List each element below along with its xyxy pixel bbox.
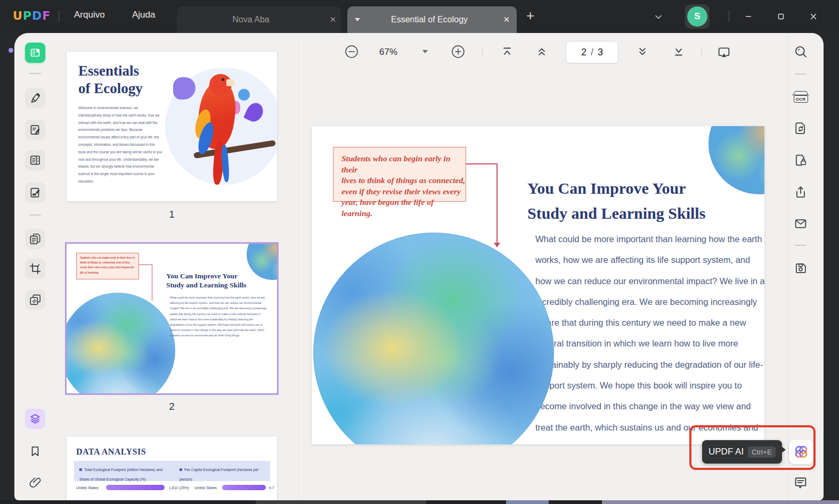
- earth-illustration: [313, 233, 554, 444]
- search-icon[interactable]: [791, 42, 811, 62]
- thumbnail-page-2[interactable]: Students who can begin early in their li…: [67, 244, 277, 393]
- first-page-button[interactable]: [500, 45, 514, 59]
- thumb1-parrot-beak: [226, 79, 235, 86]
- titlebar-chevron-down-icon[interactable]: [653, 12, 664, 22]
- avatar-container[interactable]: S: [685, 4, 710, 29]
- tab-essential-label: Essential of Ecology: [360, 15, 499, 24]
- logo-letter-f: F: [42, 9, 51, 22]
- thumb3-title: DATA ANALYSIS: [76, 447, 146, 457]
- thumb3-row2-label: United States: [194, 486, 217, 490]
- convert-icon[interactable]: [791, 118, 811, 138]
- organize-pages-icon[interactable]: [25, 229, 45, 249]
- taskbar-segment: [506, 500, 549, 504]
- right-sidebar-divider-1: [795, 73, 807, 75]
- right-sidebar-divider-2: [795, 245, 807, 246]
- thumb2-quote-box: Students who can begin early in their li…: [76, 253, 139, 279]
- maximize-button[interactable]: [773, 9, 789, 24]
- thumb1-body: Welcome to environmental science—an inte…: [78, 104, 162, 185]
- previous-page-button[interactable]: [535, 45, 549, 59]
- zoom-out-button[interactable]: [344, 44, 360, 60]
- taskbar-segment: [256, 500, 426, 504]
- document-page[interactable]: You Can Improve Your Study and Learning …: [312, 126, 764, 444]
- thumbnail-page-1[interactable]: Essentials of Ecology Welcome to environ…: [67, 52, 277, 201]
- thumb3-row2-value: 9.7: [269, 486, 274, 490]
- quote-connector-horizontal: [466, 163, 497, 164]
- taskbar-edge: [0, 500, 839, 504]
- titlebar-divider-2: [729, 11, 729, 22]
- ocr-icon[interactable]: OCR: [791, 87, 811, 107]
- comment-highlighter-icon[interactable]: [25, 88, 45, 108]
- tab-nova-aba[interactable]: Nova Aba ✕: [177, 6, 341, 33]
- form-icon[interactable]: [25, 150, 45, 170]
- thumb2-title: You Can Improve Your Study and Learning …: [166, 271, 273, 290]
- quote-connector-arrowhead: [494, 243, 500, 247]
- thumb2-globe: [67, 293, 175, 393]
- email-icon[interactable]: [791, 213, 811, 234]
- page-total: 3: [598, 47, 603, 58]
- thumb3-row1-bar: [106, 485, 165, 490]
- zoom-level-value[interactable]: 67%: [379, 47, 397, 57]
- thumb1-flower-blue: [238, 89, 250, 101]
- logo-letter-d: D: [32, 9, 42, 22]
- thumbnail-panel-icon[interactable]: [25, 409, 45, 429]
- left-sidebar-divider-1: [29, 73, 41, 74]
- page-current: 2: [581, 47, 587, 58]
- thumb2-connector-v: [152, 265, 152, 301]
- doc-title: You Can Improve Your Study and Learning …: [527, 176, 762, 226]
- save-icon[interactable]: [791, 258, 811, 278]
- tab-nova-aba-close-icon[interactable]: ✕: [325, 15, 341, 24]
- minimize-button[interactable]: [740, 9, 756, 24]
- tab-essential-of-ecology[interactable]: Essential of Ecology ✕: [347, 6, 517, 33]
- page-number-input[interactable]: 2 / 3: [566, 41, 618, 63]
- comment-panel-icon[interactable]: [793, 475, 809, 491]
- logo-letter-u: U: [13, 9, 23, 22]
- menu-arquivo[interactable]: Arquivo: [74, 10, 105, 20]
- edit-pdf-icon[interactable]: [25, 120, 45, 140]
- thumb3-row1-value: 1,810 (25%): [169, 486, 189, 490]
- tab-dropdown-icon[interactable]: [355, 18, 360, 21]
- thumb1-parrot-eye: [222, 78, 224, 81]
- zoom-dropdown-icon[interactable]: [422, 50, 428, 53]
- quote-connector-vertical: [496, 163, 498, 243]
- tab-essential-close-icon[interactable]: ✕: [499, 15, 515, 24]
- logo-letter-p: P: [23, 9, 32, 22]
- watermark-icon[interactable]: [25, 290, 45, 310]
- titlebar: UPDF Arquivo Ajuda Nova Aba ✕ Essential …: [0, 0, 839, 33]
- close-button[interactable]: [805, 9, 821, 24]
- last-page-button[interactable]: [672, 45, 686, 59]
- titlebar-divider: [59, 11, 59, 22]
- zoom-in-button[interactable]: [450, 44, 466, 60]
- thumb3-legend-left: Total Ecological Footprint (million hect…: [79, 464, 170, 483]
- protect-icon[interactable]: [791, 150, 811, 170]
- left-sidebar-divider-2: [29, 214, 41, 216]
- updf-app-window: UPDF Arquivo Ajuda Nova Aba ✕ Essential …: [0, 0, 839, 504]
- menu-ajuda[interactable]: Ajuda: [132, 10, 155, 20]
- red-highlight-annotation: [689, 425, 816, 470]
- edge-notification-dot: [9, 48, 13, 53]
- avatar[interactable]: S: [687, 6, 707, 27]
- thumb3-row1-label: United States: [76, 486, 99, 490]
- thumb1-title: Essentials of Ecology: [78, 62, 143, 97]
- share-icon[interactable]: [791, 182, 811, 202]
- tab-nova-aba-label: Nova Aba: [177, 15, 325, 24]
- thumb2-page-number: 2: [67, 401, 277, 412]
- reader-mode-icon[interactable]: [25, 43, 45, 63]
- bookmark-icon[interactable]: [25, 441, 45, 461]
- new-tab-button[interactable]: +: [526, 7, 534, 24]
- attachment-icon[interactable]: [25, 473, 45, 493]
- thumb2-connector-h: [139, 265, 152, 265]
- presentation-mode-button[interactable]: [716, 45, 731, 60]
- thumb2-body: What could be more important than learni…: [170, 295, 268, 338]
- taskbar-segment: [602, 500, 839, 504]
- thumb1-page-number: 1: [67, 209, 277, 220]
- toolbar-divider-1: [482, 46, 483, 57]
- thumb3-legend-right: Per Capita Ecological Footprint (hectare…: [180, 464, 259, 483]
- next-page-button[interactable]: [636, 45, 649, 59]
- updf-logo: UPDF: [13, 9, 51, 22]
- crop-icon[interactable]: [25, 259, 45, 279]
- thumbnail-page-3[interactable]: DATA ANALYSIS Total Ecological Footprint…: [67, 436, 277, 500]
- quote-box: Students who can begin early in their li…: [333, 147, 466, 202]
- doc-body: What could be more important than learni…: [535, 229, 764, 444]
- thumb3-row2-bar: [222, 485, 266, 490]
- sign-icon[interactable]: [25, 183, 45, 203]
